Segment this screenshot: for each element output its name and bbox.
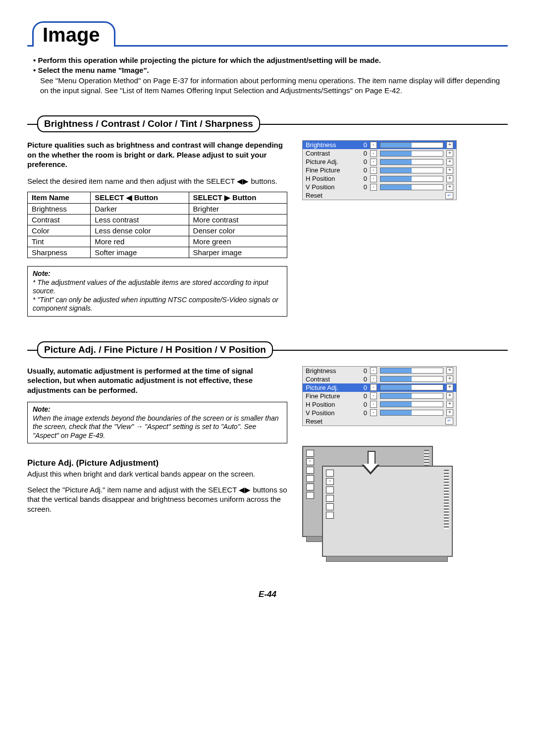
osd-row: V Position0-+ — [303, 183, 456, 191]
osd-slider — [380, 167, 443, 173]
osd-row: V Position0-+ — [303, 409, 456, 417]
minus-icon: - — [370, 409, 377, 416]
minus-icon: - — [370, 167, 377, 174]
plus-icon: + — [446, 376, 453, 382]
osd-slider — [380, 410, 443, 416]
u-icon-2 — [326, 512, 334, 519]
osd-label: Contrast — [306, 150, 355, 157]
minus-icon: - — [370, 159, 377, 165]
osd-value: 0 — [358, 392, 367, 400]
base-front — [326, 556, 448, 562]
osd-reset-row: Reset↵ — [303, 417, 456, 426]
arrow-down-icon — [362, 451, 379, 476]
screen-front: ○ — [322, 466, 453, 557]
osd-slider — [380, 159, 443, 165]
section-2-header: Picture Adj. / Fine Picture / H Position… — [27, 341, 508, 358]
minus-icon: - — [370, 184, 377, 191]
osd-slider — [380, 393, 443, 399]
plus-icon: + — [446, 159, 453, 165]
osd-label: Fine Picture — [306, 392, 355, 400]
sec1-body: Select the desired item name and then ad… — [27, 176, 287, 186]
section-1-title: Brightness / Contrast / Color / Tint / S… — [37, 115, 260, 132]
reset-icon: ↵ — [445, 418, 453, 425]
adjustment-table: Item Name SELECT ◀ Button SELECT ▶ Butto… — [27, 192, 287, 258]
osd-row: Contrast0-+ — [303, 375, 456, 383]
sec1-intro-bold: Picture qualities such as brightness and… — [27, 140, 287, 169]
osd-slider — [380, 401, 443, 407]
osd-value: 0 — [358, 183, 367, 191]
osd-menu-1: Brightness0-+Contrast0-+Picture Adj.0-+F… — [302, 140, 457, 200]
osd-value: 0 — [358, 401, 367, 408]
osd-reset-label: Reset — [306, 192, 322, 199]
osd-value: 0 — [358, 175, 367, 182]
title-bar: Image — [27, 20, 508, 47]
osd-row: H Position0-+ — [303, 400, 456, 409]
doc-icon-2 — [326, 503, 334, 510]
osd-label: Brightness — [306, 367, 355, 375]
sec3-p1: Adjust this when bright and dark vertica… — [27, 469, 287, 479]
page-title: Image — [32, 21, 115, 47]
osd-slider — [380, 176, 443, 182]
intro-body: See "Menu Operation Method" on Page E-37… — [40, 76, 508, 96]
osd-row: Fine Picture0-+ — [303, 166, 456, 174]
osd-reset-row: Reset↵ — [303, 191, 456, 200]
u-icon — [306, 492, 314, 499]
osd-menu-2: Brightness0-+Contrast0-+Picture Adj.0-+F… — [302, 366, 457, 426]
minus-icon: - — [370, 401, 377, 408]
stripe-front — [444, 470, 449, 529]
plus-icon: + — [446, 392, 453, 399]
plus-icon: + — [446, 175, 453, 182]
sec2-note-body: When the image extends beyond the bounda… — [33, 414, 282, 440]
plus-icon: + — [446, 409, 453, 416]
sec2-note: Note: When the image extends beyond the … — [27, 402, 287, 443]
plus-icon: + — [446, 401, 453, 408]
osd-label: V Position — [306, 183, 355, 191]
minus-icon: - — [370, 175, 377, 182]
minus-icon: - — [370, 384, 377, 391]
plus-icon: + — [446, 167, 453, 174]
intro-block: • Perform this operation while projectin… — [33, 55, 508, 96]
plus-icon: + — [446, 184, 453, 191]
plus-icon: + — [446, 384, 453, 391]
square-icon — [306, 475, 314, 482]
plus-icon: + — [446, 142, 453, 149]
folder-icon — [306, 467, 314, 474]
osd-label: Picture Adj. — [306, 384, 355, 391]
minus-icon: - — [370, 392, 377, 399]
th-select-left: SELECT ◀ Button — [91, 192, 189, 204]
osd-row: Contrast0-+ — [303, 149, 456, 158]
osd-row: Brightness0-+ — [303, 367, 456, 375]
osd-value: 0 — [358, 367, 367, 375]
osd-value: 0 — [358, 384, 367, 391]
note-label-2: Note: — [33, 405, 282, 414]
plus-icon: + — [446, 367, 453, 374]
osd-slider — [380, 151, 443, 157]
minus-icon: - — [370, 150, 377, 157]
osd-reset-label: Reset — [306, 418, 322, 425]
osd-value: 0 — [358, 158, 367, 165]
sec3-heading: Picture Adj. (Picture Adjustment) — [27, 458, 287, 468]
th-item-name: Item Name — [28, 192, 91, 204]
osd-label: H Position — [306, 175, 355, 182]
intro-bullet-1: • Perform this operation while projectin… — [33, 55, 508, 65]
osd-row: Fine Picture0-+ — [303, 392, 456, 400]
osd-row: Picture Adj.0-+ — [303, 158, 456, 166]
osd-label: H Position — [306, 401, 355, 408]
osd-value: 0 — [358, 150, 367, 157]
osd-slider — [380, 142, 443, 148]
osd-slider — [380, 384, 443, 390]
osd-label: V Position — [306, 409, 355, 417]
minus-icon: - — [370, 142, 377, 149]
osd-label: Contrast — [306, 376, 355, 383]
osd-value: 0 — [358, 141, 367, 149]
osd-label: Brightness — [306, 141, 355, 149]
sec3-p2: Select the "Picture Adj." item name and … — [27, 485, 287, 514]
minus-icon: - — [370, 376, 377, 382]
osd-slider — [380, 368, 443, 374]
minus-icon: - — [370, 367, 377, 374]
circle-icon: ○ — [306, 458, 314, 465]
monitor-icon — [306, 450, 314, 457]
folder-icon-2 — [326, 486, 334, 493]
osd-row: H Position0-+ — [303, 174, 456, 183]
section-2-title: Picture Adj. / Fine Picture / H Position… — [37, 341, 273, 358]
